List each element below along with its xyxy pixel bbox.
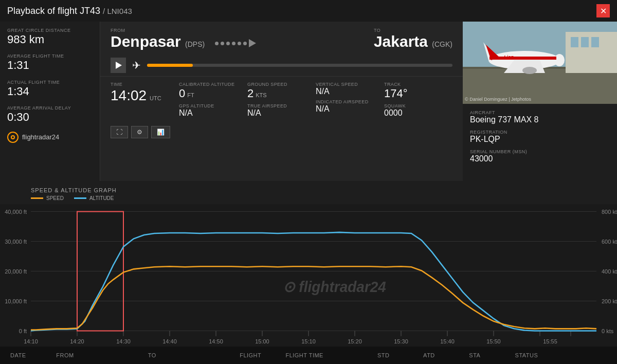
fr24-logo-icon — [7, 132, 19, 143]
registration-value: PK-LQP — [470, 135, 610, 144]
fullscreen-button[interactable]: ⛶ — [111, 126, 128, 138]
route-arrow — [215, 31, 364, 47]
svg-text:800 kts: 800 kts — [602, 208, 617, 214]
svg-text:400 kts: 400 kts — [602, 268, 617, 274]
squawk-value: 0000 — [384, 108, 447, 118]
playback-controls: ✈ — [100, 54, 463, 76]
right-panel: Lion © Daniel Dominguez | Jetphotos AIRC… — [463, 22, 617, 181]
graph-legend: SPEED ALTITUDE — [0, 195, 617, 201]
altitude-legend: ALTITUDE — [74, 195, 114, 201]
left-stats: GREAT CIRCLE DISTANCE 983 km AVERAGE FLI… — [0, 22, 100, 181]
ground-speed-unit: KTS — [256, 92, 266, 98]
plane-icon: ✈ — [132, 59, 141, 71]
registration-row: REGISTRATION PK-LQP — [470, 130, 610, 144]
actual-flight-stat: ACTUAL FLIGHT TIME 1:34 — [7, 80, 93, 98]
svg-text:15:10: 15:10 — [301, 338, 316, 344]
header: Playback of flight JT43 / LNI043 ✕ — [0, 0, 617, 22]
route-dot — [238, 42, 241, 45]
to-city-name: Jakarta — [374, 33, 428, 50]
from-label: FROM — [111, 28, 205, 33]
svg-text:30,000 ft: 30,000 ft — [5, 238, 27, 244]
time-value: 14:02 — [111, 87, 147, 104]
chart-button[interactable]: 📊 — [151, 126, 170, 138]
flight-title: Playback of flight JT43 — [7, 6, 100, 16]
image-credit: © Daniel Dominguez | Jetphotos — [465, 97, 531, 102]
true-airspeed-value: N/A — [247, 108, 311, 118]
svg-text:15:40: 15:40 — [440, 338, 455, 344]
svg-text:14:10: 14:10 — [24, 338, 38, 344]
serial-row: SERIAL NUMBER (MSN) 43000 — [470, 149, 610, 163]
col-date: DATE — [10, 352, 56, 358]
svg-text:⊙ flightradar24: ⊙ flightradar24 — [283, 278, 386, 295]
to-city: Jakarta (CGK) — [374, 33, 452, 50]
svg-text:15:55: 15:55 — [543, 338, 557, 344]
serial-value: 43000 — [470, 154, 610, 163]
share-icon: ⚙ — [137, 129, 142, 136]
actual-flight-value: 1:34 — [7, 85, 93, 98]
serial-label: SERIAL NUMBER (MSN) — [470, 149, 610, 154]
indicated-airspeed-value: N/A — [316, 104, 379, 114]
chart-icon: 📊 — [157, 129, 165, 136]
from-city: Denpasar (DPS) — [111, 33, 205, 50]
altitude-legend-line — [74, 197, 86, 199]
graph-svg: 40,000 ft 30,000 ft 20,000 ft 10,000 ft … — [0, 204, 617, 353]
avg-flight-value: 1:31 — [7, 59, 93, 72]
svg-text:10,000 ft: 10,000 ft — [5, 298, 27, 304]
playback-progress-bar[interactable] — [147, 64, 452, 67]
track-value: 174° — [384, 87, 447, 100]
graph-title: SPEED & ALTITUDE GRAPH — [0, 187, 617, 193]
to-airport: TO Jakarta (CGK) — [374, 28, 452, 50]
actual-flight-label: ACTUAL FLIGHT TIME — [7, 80, 93, 85]
col-flight: FLIGHT — [240, 352, 285, 358]
registration-label: REGISTRATION — [470, 130, 610, 135]
cal-alt-label: CALIBRATED ALTITUDE — [179, 82, 242, 87]
flight-subtitle: / LNI043 — [103, 7, 132, 15]
vertical-speed-field: VERTICAL SPEED N/A INDICATED AIRSPEED N/… — [316, 82, 384, 118]
svg-rect-4 — [571, 37, 578, 47]
share-button[interactable]: ⚙ — [131, 126, 148, 138]
svg-text:20,000 ft: 20,000 ft — [5, 268, 27, 274]
col-to: TO — [148, 352, 240, 358]
aircraft-info: AIRCRAFT Boeing 737 MAX 8 REGISTRATION P… — [463, 104, 617, 175]
vertical-speed-label: VERTICAL SPEED — [316, 82, 379, 87]
top-area: GREAT CIRCLE DISTANCE 983 km AVERAGE FLI… — [0, 22, 617, 181]
fullscreen-icon: ⛶ — [116, 129, 122, 136]
cal-alt-value: 0 — [179, 87, 185, 100]
ground-speed-value: 2 — [247, 87, 253, 100]
flight-route: FROM Denpasar (DPS) TO Jakarta (CG — [100, 22, 463, 54]
close-button[interactable]: ✕ — [596, 4, 610, 17]
squawk-label: SQUAWK — [384, 103, 447, 108]
svg-text:15:00: 15:00 — [255, 338, 269, 344]
svg-point-12 — [522, 67, 537, 74]
svg-text:14:20: 14:20 — [70, 338, 84, 344]
graph-container: 40,000 ft 30,000 ft 20,000 ft 10,000 ft … — [0, 204, 617, 353]
time-field: TIME 14:02 UTC — [111, 82, 179, 118]
aircraft-label: AIRCRAFT — [470, 110, 610, 115]
to-code: (CGK) — [432, 40, 452, 48]
time-label: TIME — [111, 82, 174, 87]
altitude-legend-label: ALTITUDE — [89, 195, 114, 201]
svg-text:0 kts: 0 kts — [602, 327, 614, 334]
play-button[interactable] — [111, 58, 126, 73]
map-controls: ⛶ ⚙ 📊 — [100, 123, 463, 141]
speed-legend: SPEED — [31, 195, 64, 201]
speed-legend-label: SPEED — [46, 195, 64, 201]
avg-arrival-label: AVERAGE ARRIVAL DELAY — [7, 105, 93, 111]
data-fields-row-1: TIME 14:02 UTC CALIBRATED ALTITUDE 0 FT … — [100, 76, 463, 123]
progress-bar-fill — [147, 64, 193, 67]
graph-area: SPEED & ALTITUDE GRAPH SPEED ALTITUDE 40… — [0, 181, 617, 347]
svg-text:14:40: 14:40 — [162, 338, 177, 344]
route-arrowhead — [249, 39, 256, 47]
svg-text:15:50: 15:50 — [486, 338, 501, 344]
route-dot — [215, 42, 219, 45]
svg-text:14:30: 14:30 — [116, 338, 131, 344]
avg-flight-label: AVERAGE FLIGHT TIME — [7, 53, 93, 59]
col-atd: ATD — [423, 352, 469, 358]
svg-text:15:20: 15:20 — [348, 338, 362, 344]
great-circle-label: GREAT CIRCLE DISTANCE — [7, 28, 93, 33]
play-icon — [116, 62, 122, 69]
ground-speed-label: GROUND SPEED — [247, 82, 311, 87]
time-unit: UTC — [150, 95, 161, 101]
gps-alt-value: N/A — [179, 108, 242, 118]
avg-arrival-stat: AVERAGE ARRIVAL DELAY 0:30 — [7, 105, 93, 124]
